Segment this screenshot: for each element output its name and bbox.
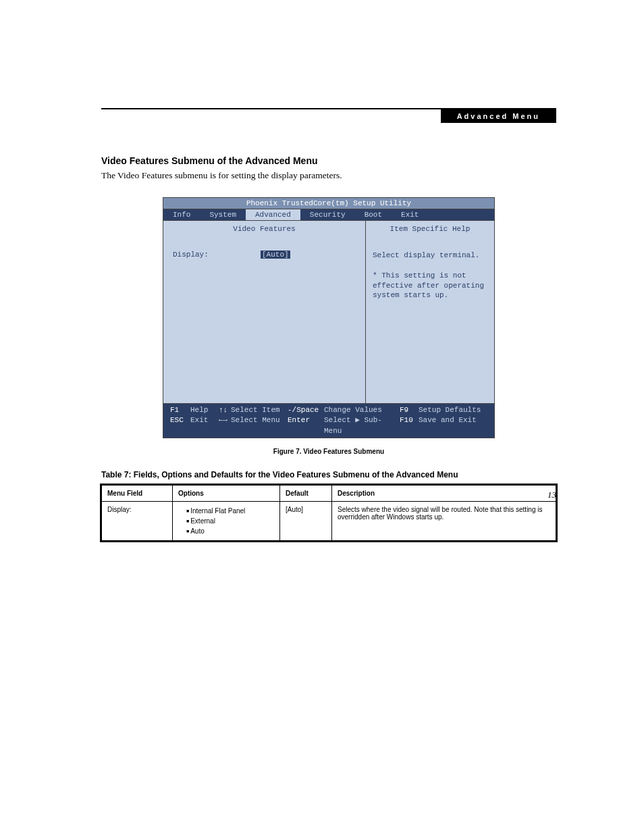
- bios-title: Phoenix TrustedCore(tm) Setup Utility: [163, 198, 494, 209]
- option-item: External: [186, 516, 274, 526]
- cell-description: Selects where the video signal will be r…: [332, 502, 556, 541]
- bios-left-title: Video Features: [173, 225, 356, 233]
- bios-right-title: Item Specific Help: [373, 225, 487, 233]
- header-label: Advanced Menu: [441, 109, 556, 123]
- tab-boot[interactable]: Boot: [355, 209, 392, 220]
- arrows-horiz-icon: ←→: [219, 415, 231, 436]
- footer-label-change-values: Change Values: [324, 405, 400, 415]
- th-default: Default: [280, 486, 332, 502]
- table-title: Table 7: Fields, Options and Defaults fo…: [101, 470, 556, 479]
- tab-system[interactable]: System: [200, 209, 246, 220]
- cell-options: Internal Flat Panel External Auto: [173, 502, 280, 541]
- footer-key-f1: F1: [170, 405, 190, 415]
- option-item: Auto: [186, 526, 274, 536]
- page-number: 13: [547, 490, 556, 500]
- bios-help-text: Select display terminal. * This setting …: [373, 251, 487, 301]
- footer-label-save-exit: Save and Exit: [419, 415, 487, 436]
- tab-advanced[interactable]: Advanced: [246, 209, 300, 220]
- figure-caption: Figure 7. Video Features Submenu: [101, 448, 556, 455]
- footer-label-select-item: Select Item: [231, 405, 288, 415]
- bios-window: Phoenix TrustedCore(tm) Setup Utility In…: [163, 197, 495, 438]
- footer-key-f10: F10: [400, 415, 419, 436]
- footer-label-select-sub: Select ▶ Sub-Menu: [324, 415, 400, 436]
- footer-key-esc: ESC: [170, 415, 190, 436]
- table-row: Display: Internal Flat Panel External Au…: [102, 502, 556, 541]
- th-menu-field: Menu Field: [102, 486, 173, 502]
- arrows-vert-icon: ↑↓: [219, 405, 231, 415]
- th-description: Description: [332, 486, 556, 502]
- th-options: Options: [173, 486, 280, 502]
- tab-exit[interactable]: Exit: [392, 209, 428, 220]
- footer-label-help: Help: [190, 405, 219, 415]
- fields-table: Menu Field Options Default Description D…: [101, 485, 556, 541]
- bios-tabs: Info System Advanced Security Boot Exit: [163, 209, 494, 221]
- tab-security[interactable]: Security: [300, 209, 355, 220]
- footer-label-select-menu: Select Menu: [231, 415, 288, 436]
- tab-info[interactable]: Info: [163, 209, 200, 220]
- bios-footer: F1 Help ↑↓ Select Item -/Space Change Va…: [163, 403, 494, 438]
- bios-setting-label: Display:: [173, 251, 261, 259]
- footer-label-exit: Exit: [190, 415, 219, 436]
- bios-left-pane: Video Features Display: [Auto]: [163, 221, 366, 403]
- footer-key-enter: Enter: [288, 415, 324, 436]
- footer-key-space: -/Space: [288, 405, 324, 415]
- cell-default: [Auto]: [280, 502, 332, 541]
- cell-menu-field: Display:: [102, 502, 173, 541]
- header-bar: Advanced Menu: [101, 109, 556, 123]
- bios-setting-value[interactable]: [Auto]: [261, 251, 290, 259]
- option-item: Internal Flat Panel: [186, 506, 274, 516]
- table-header-row: Menu Field Options Default Description: [102, 486, 556, 502]
- footer-label-setup-defaults: Setup Defaults: [419, 405, 487, 415]
- footer-key-f9: F9: [400, 405, 419, 415]
- bios-setting-row: Display: [Auto]: [173, 251, 356, 259]
- bios-right-pane: Item Specific Help Select display termin…: [366, 221, 494, 403]
- section-title: Video Features Submenu of the Advanced M…: [101, 155, 556, 166]
- section-text: The Video Features submenu is for settin…: [101, 170, 556, 181]
